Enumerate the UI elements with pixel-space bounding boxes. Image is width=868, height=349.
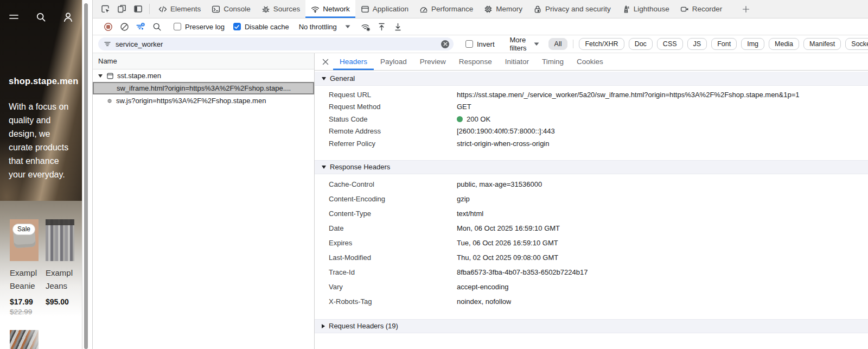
- header-row: Trace-Id8fba6573-3fba-4b07-b353-6502b722…: [315, 265, 868, 280]
- products-section: Sale Exampl Beanie $17.99 $22.99 Exampl …: [0, 201, 82, 349]
- elements-icon: [158, 5, 167, 14]
- network-filter-bar: service_worker Invert More filters All F…: [93, 35, 868, 53]
- menu-icon[interactable]: [8, 11, 20, 23]
- document-icon: [106, 72, 114, 80]
- performance-icon: [419, 5, 428, 14]
- request-group-row[interactable]: sst.stape.men: [93, 69, 314, 82]
- general-rows: Request URLhttps://sst.stape.men/_/servi…: [315, 86, 868, 154]
- checkbox-checked: [233, 23, 241, 30]
- sale-badge: Sale: [12, 224, 35, 235]
- header-row: Content-Encodinggzip: [315, 192, 868, 206]
- site-tagline: With a focus on quality and design, we c…: [9, 100, 75, 181]
- chevron-down-icon: [344, 24, 351, 29]
- clear-network-log-button[interactable]: [116, 20, 132, 34]
- request-row-selected[interactable]: sw_iframe.html?origin=https%3A%2F%2Fshop…: [93, 82, 314, 94]
- lock-icon: [533, 5, 542, 14]
- export-har-button[interactable]: [390, 20, 406, 34]
- filter-button[interactable]: [132, 20, 149, 34]
- scrollbar-thumb[interactable]: [84, 3, 88, 349]
- application-icon: [361, 5, 369, 14]
- request-list-panel: Name sst.stape.men sw_iframe.html?origin…: [93, 53, 314, 349]
- tab-initiator[interactable]: Initiator: [499, 53, 535, 70]
- product-name[interactable]: Exampl Jeans: [46, 266, 76, 293]
- site-nav: [0, 0, 82, 23]
- tab-privacy-security[interactable]: Privacy and security: [528, 0, 616, 18]
- account-icon[interactable]: [62, 11, 74, 23]
- network-conditions-button[interactable]: [358, 20, 374, 34]
- separator: [149, 4, 150, 14]
- device-toolbar-button[interactable]: [113, 0, 130, 18]
- memory-icon: [484, 5, 493, 14]
- pill-manifest[interactable]: Manifest: [803, 38, 841, 50]
- filter-input[interactable]: service_worker: [98, 37, 454, 50]
- header-row: Remote Address[2600:1900:40f0:57:8000::]…: [315, 125, 868, 138]
- tab-payload[interactable]: Payload: [374, 53, 413, 70]
- tab-lighthouse[interactable]: Lighthouse: [616, 0, 675, 18]
- tab-elements[interactable]: Elements: [153, 0, 206, 18]
- invert-checkbox[interactable]: Invert: [465, 40, 495, 48]
- name-column-header[interactable]: Name: [93, 53, 314, 69]
- tab-timing[interactable]: Timing: [535, 53, 570, 70]
- pill-font[interactable]: Font: [711, 38, 737, 50]
- tab-headers[interactable]: Headers: [333, 53, 374, 70]
- disable-cache-checkbox[interactable]: Disable cache: [233, 23, 289, 31]
- status-ok-dot: [457, 116, 463, 122]
- response-headers-section-header[interactable]: Response Headers: [315, 160, 868, 174]
- header-row: ExpiresTue, 06 Oct 2026 16:59:10 GMT: [315, 236, 868, 250]
- tab-console[interactable]: Console: [206, 0, 256, 18]
- record-network-log-button[interactable]: [100, 20, 116, 34]
- chevron-down-icon: [533, 41, 540, 47]
- product-card[interactable]: Sale Exampl Beanie $17.99 $22.99: [10, 219, 39, 316]
- pill-all[interactable]: All: [548, 38, 568, 50]
- pill-fetch-xhr[interactable]: Fetch/XHR: [579, 38, 624, 50]
- throttling-select[interactable]: No throttling: [299, 23, 351, 31]
- dock-side-button[interactable]: [130, 0, 146, 18]
- product-image-hangers[interactable]: [10, 330, 39, 349]
- devtools: Elements Console Sources Network Applica…: [92, 0, 868, 349]
- more-filters-button[interactable]: More filters: [510, 36, 540, 52]
- request-row[interactable]: sw.js?origin=https%3A%2F%2Fshop.stape.me…: [93, 94, 314, 107]
- collapse-triangle-icon: [322, 166, 326, 169]
- product-card[interactable]: Exampl Jeans $95.00: [46, 219, 74, 316]
- request-type-pills: All Fetch/XHR Doc CSS JS Font Img Media …: [548, 38, 868, 50]
- recorder-icon: [680, 5, 689, 14]
- search-network-button[interactable]: [149, 20, 165, 34]
- tab-application[interactable]: Application: [355, 0, 414, 18]
- request-headers-section-header[interactable]: Request Headers (19): [315, 319, 868, 333]
- tab-response[interactable]: Response: [452, 53, 499, 70]
- tab-sources[interactable]: Sources: [256, 0, 306, 18]
- tab-cookies[interactable]: Cookies: [570, 53, 610, 70]
- general-section-header[interactable]: General: [315, 72, 868, 86]
- preserve-log-checkbox[interactable]: Preserve log: [174, 23, 225, 31]
- tab-memory[interactable]: Memory: [478, 0, 528, 18]
- pill-img[interactable]: Img: [741, 38, 764, 50]
- import-har-button[interactable]: [374, 20, 390, 34]
- tab-preview[interactable]: Preview: [413, 53, 452, 70]
- separator: [573, 40, 573, 48]
- collapse-triangle-icon: [322, 77, 326, 80]
- tab-network[interactable]: Network: [305, 0, 355, 18]
- hero-section: shop.stape.men With a focus on quality a…: [0, 0, 82, 201]
- product-name[interactable]: Exampl Beanie: [10, 266, 40, 293]
- expand-triangle-icon[interactable]: [98, 74, 103, 78]
- header-row: Content-Typetext/html: [315, 206, 868, 221]
- pill-js[interactable]: JS: [687, 38, 707, 50]
- pill-media[interactable]: Media: [769, 38, 799, 50]
- close-icon[interactable]: [318, 53, 333, 70]
- pill-socket[interactable]: Socket: [845, 38, 868, 50]
- product-image-beanie[interactable]: Sale: [10, 219, 39, 261]
- tab-performance[interactable]: Performance: [414, 0, 478, 18]
- response-header-rows: Cache-Controlpublic, max-age=31536000 Co…: [315, 174, 868, 313]
- pill-css[interactable]: CSS: [657, 38, 683, 50]
- header-row: Request MethodGET: [315, 101, 868, 113]
- clear-filter-icon[interactable]: [441, 40, 449, 48]
- search-icon[interactable]: [35, 11, 47, 23]
- more-tabs-button[interactable]: [735, 0, 757, 18]
- website-preview: shop.stape.men With a focus on quality a…: [0, 0, 82, 349]
- inspect-element-button[interactable]: [97, 0, 113, 18]
- header-row: Varyaccept-encoding: [315, 280, 868, 294]
- header-row: Last-ModifiedThu, 02 Oct 2025 09:08:00 G…: [315, 250, 868, 265]
- pill-doc[interactable]: Doc: [629, 38, 653, 50]
- product-image-jeans[interactable]: [46, 219, 74, 261]
- tab-recorder[interactable]: Recorder: [675, 0, 728, 18]
